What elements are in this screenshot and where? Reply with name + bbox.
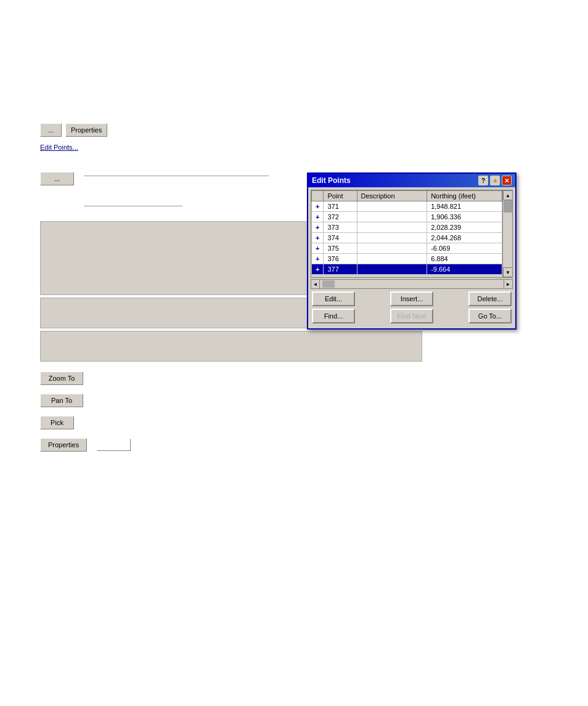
- vertical-scrollbar[interactable]: ▲ ▼: [502, 190, 512, 277]
- line2: [84, 206, 182, 206]
- row-marker: +: [312, 222, 324, 233]
- row-northing: 6.884: [427, 254, 502, 264]
- row-point: 371: [324, 201, 357, 212]
- scroll-down-arrow[interactable]: ▼: [503, 267, 513, 277]
- help-button[interactable]: ?: [478, 176, 488, 185]
- insert-btn[interactable]: Insert...: [390, 291, 433, 306]
- col-point: Point: [324, 191, 357, 201]
- row-description: [357, 222, 427, 233]
- row-northing: 2,028.239: [427, 222, 502, 233]
- scroll-thumb[interactable]: [504, 200, 512, 213]
- points-table-container: Point Description Northing (ifeet) +3711…: [311, 190, 513, 278]
- row-marker: +: [312, 233, 324, 243]
- horizontal-scrollbar[interactable]: ◄ ►: [311, 279, 513, 289]
- row-description: [357, 243, 427, 254]
- row-description: [357, 201, 427, 212]
- line1: [84, 176, 269, 176]
- star-button[interactable]: ★: [490, 176, 500, 185]
- table-row[interactable]: +375-6.069: [312, 243, 502, 254]
- scroll-right-arrow[interactable]: ►: [504, 280, 512, 288]
- row-marker: +: [312, 212, 324, 222]
- row-description: [357, 264, 427, 275]
- row-point: 376: [324, 254, 357, 264]
- table-row[interactable]: +3766.884: [312, 254, 502, 264]
- delete-btn[interactable]: Delete...: [468, 291, 512, 306]
- row-description: [357, 254, 427, 264]
- table-row[interactable]: +3742,044.268: [312, 233, 502, 243]
- row-marker: +: [312, 264, 324, 275]
- points-table: Point Description Northing (ifeet) +3711…: [311, 190, 502, 275]
- edit-points-link[interactable]: Edit Points...: [40, 144, 78, 151]
- table-row[interactable]: +3721,906.336: [312, 212, 502, 222]
- dialog-titlebar: Edit Points ? ★ ✕: [308, 174, 515, 187]
- table-row[interactable]: +3732,028.239: [312, 222, 502, 233]
- row-marker: +: [312, 243, 324, 254]
- scroll-track: [503, 200, 512, 267]
- section-btn[interactable]: ...: [40, 172, 74, 185]
- scroll-left-arrow[interactable]: ◄: [311, 280, 320, 288]
- row-northing: 1,948.821: [427, 201, 502, 212]
- col-marker: [312, 191, 324, 201]
- row-northing: 1,906.336: [427, 212, 502, 222]
- row-northing: -9.664: [427, 264, 502, 275]
- row-point: 375: [324, 243, 357, 254]
- pick-btn[interactable]: Pick: [40, 416, 74, 429]
- small-input[interactable]: [97, 439, 131, 451]
- row-marker: +: [312, 201, 324, 212]
- dialog-controls: ? ★ ✕: [478, 176, 512, 185]
- col-northing: Northing (ifeet): [427, 191, 502, 201]
- btn2[interactable]: Properties: [65, 123, 107, 137]
- h-scroll-thumb[interactable]: [322, 280, 335, 288]
- row-point: 373: [324, 222, 357, 233]
- scroll-up-arrow[interactable]: ▲: [503, 190, 513, 200]
- edit-btn[interactable]: Edit...: [312, 291, 355, 306]
- row-marker: +: [312, 254, 324, 264]
- properties-btn[interactable]: Properties: [40, 438, 87, 452]
- find-next-btn[interactable]: Find Next: [390, 309, 433, 323]
- col-description: Description: [357, 191, 427, 201]
- dialog-btn-row-2: Find... Find Next Go To...: [311, 309, 513, 323]
- row-description: [357, 212, 427, 222]
- gray-box-3: [40, 331, 422, 362]
- row-northing: 2,044.268: [427, 233, 502, 243]
- table-row[interactable]: +3711,948.821: [312, 201, 502, 212]
- dialog-title: Edit Points: [312, 176, 351, 185]
- row-description: [357, 233, 427, 243]
- find-btn[interactable]: Find...: [312, 309, 355, 323]
- table-row[interactable]: +377-9.664: [312, 264, 502, 275]
- row-northing: -6.069: [427, 243, 502, 254]
- pan-to-btn[interactable]: Pan To: [40, 394, 83, 407]
- dialog-btn-row-1: Edit... Insert... Delete...: [311, 291, 513, 306]
- top-buttons-row: ... Properties: [40, 123, 548, 137]
- close-button[interactable]: ✕: [502, 176, 512, 185]
- go-to-btn[interactable]: Go To...: [468, 309, 512, 323]
- btn1[interactable]: ...: [40, 123, 62, 137]
- row-point: 377: [324, 264, 357, 275]
- row-point: 374: [324, 233, 357, 243]
- row-point: 372: [324, 212, 357, 222]
- edit-points-dialog: Edit Points ? ★ ✕ P: [307, 172, 517, 330]
- zoom-to-btn[interactable]: Zoom To: [40, 371, 83, 385]
